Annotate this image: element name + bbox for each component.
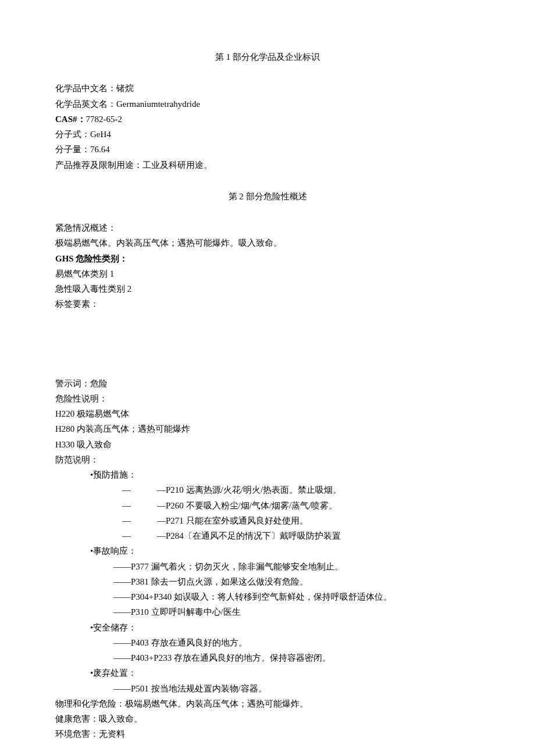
- label-name-cn: 化学品中文名：: [55, 84, 116, 93]
- health-value: 吸入致命。: [99, 714, 142, 723]
- label-use: 产品推荐及限制用途：: [55, 160, 142, 170]
- field-name-en: 化学品英文名：Germaniumtetrahydride: [55, 96, 480, 112]
- h220: H220 极端易燃气体: [55, 406, 480, 421]
- env-label: 环境危害：: [55, 729, 99, 739]
- value-use: 工业及科研用途。: [142, 160, 212, 170]
- document-page: 第 1 部分化学品及企业标识 化学品中文名：锗烷 化学品英文名：Germaniu…: [0, 0, 535, 756]
- section-1-title: 第 1 部分化学品及企业标识: [55, 49, 480, 65]
- label-formula: 分子式：: [55, 130, 90, 139]
- p260-text: —P260 不要吸入粉尘/烟/气体/烟雾/蒸气/喷雾。: [157, 501, 337, 510]
- physchem-hazard: 物理和化学危险：极端易燃气体。内装高压气体；遇热可能爆炸。: [55, 696, 480, 711]
- value-mw: 76.64: [90, 145, 110, 154]
- field-name-cn: 化学品中文名：锗烷: [55, 81, 480, 96]
- field-cas: CAS#：7782-65-2: [55, 112, 480, 127]
- p284: ——P284〔在通风不足的情况下〕戴呼吸防护装置: [55, 528, 480, 543]
- disposal-header: •废弃处置：: [55, 665, 480, 680]
- p381: ——P381 除去一切点火源，如果这么做没有危险。: [55, 574, 480, 589]
- p271: ——P271 只能在室外或通风良好处使用。: [55, 513, 480, 528]
- physchem-label: 物理和化学危险：: [55, 699, 125, 708]
- field-formula: 分子式：GeH4: [55, 127, 480, 142]
- physchem-value: 极端易燃气体。内装高压气体；遇热可能爆炸。: [125, 699, 308, 708]
- signal-word: 警示词：危险: [55, 376, 480, 391]
- label-cas: CAS#：: [55, 114, 86, 124]
- ghs-label: GHS 危险性类别：: [55, 251, 480, 266]
- emergency-label: 紧急情况概述：: [55, 220, 480, 235]
- response-header: •事故响应：: [55, 543, 480, 558]
- signal-value: 危险: [90, 379, 108, 388]
- health-hazard: 健康危害：吸入致命。: [55, 711, 480, 726]
- value-cas: 7782-65-2: [86, 114, 123, 124]
- h280: H280 内装高压气体；遇热可能爆炸: [55, 421, 480, 436]
- p403: ——P403 存放在通风良好的地方。: [55, 635, 480, 650]
- field-use: 产品推荐及限制用途：工业及科研用途。: [55, 157, 480, 173]
- p284-text: —P284〔在通风不足的情况下〕戴呼吸防护装置: [157, 531, 341, 540]
- prevention-header: •预防措施：: [55, 467, 480, 482]
- storage-header: •安全储存：: [55, 620, 480, 635]
- ghs-category-1: 易燃气体类别 1: [55, 266, 480, 281]
- p377: ——P377 漏气着火：切勿灭火，除非漏气能够安全地制止。: [55, 559, 480, 574]
- pictogram-placeholder: [55, 312, 480, 376]
- label-mw: 分子量：: [55, 145, 90, 154]
- p210: ——P210 远离热源/火花/明火/热表面。禁止吸烟。: [55, 482, 480, 497]
- p210-text: —P210 远离热源/火花/明火/热表面。禁止吸烟。: [157, 485, 341, 495]
- env-value: 无资料: [99, 729, 125, 739]
- health-label: 健康危害：: [55, 714, 99, 723]
- h330: H330 吸入致命: [55, 437, 480, 452]
- dash-icon: —: [122, 498, 157, 513]
- value-formula: GeH4: [90, 130, 111, 139]
- value-name-cn: 锗烷: [116, 84, 134, 93]
- label-elements: 标签要素：: [55, 296, 480, 311]
- signal-label: 警示词：: [55, 379, 90, 388]
- precaution-label: 防范说明：: [55, 452, 480, 467]
- p403-p233: ——P403+P233 存放在通风良好的地方。保持容器密闭。: [55, 650, 480, 665]
- ghs-category-2: 急性吸入毒性类别 2: [55, 281, 480, 296]
- p501: ——P501 按当地法规处置内装物/容器。: [55, 681, 480, 696]
- dash-icon: —: [122, 513, 157, 528]
- section-2-title: 第 2 部分危险性概述: [55, 189, 480, 204]
- dash-icon: —: [122, 482, 157, 497]
- env-hazard: 环境危害：无资料: [55, 726, 480, 741]
- p271-text: —P271 只能在室外或通风良好处使用。: [157, 516, 308, 525]
- label-name-en: 化学品英文名：: [55, 99, 116, 109]
- field-mw: 分子量：76.64: [55, 142, 480, 157]
- p310: ——P310 立即呼叫解毒中心/医生: [55, 604, 480, 619]
- p304-p340: ——P304+P340 如误吸入：将人转移到空气新鲜处，保持呼吸舒适体位。: [55, 589, 480, 604]
- emergency-text: 极端易燃气体。内装高压气体；遇热可能爆炸。吸入致命。: [55, 235, 480, 250]
- value-name-en: Germaniumtetrahydride: [116, 99, 200, 109]
- dash-icon: —: [122, 528, 157, 543]
- p260: ——P260 不要吸入粉尘/烟/气体/烟雾/蒸气/喷雾。: [55, 498, 480, 513]
- hazard-label: 危险性说明：: [55, 391, 480, 406]
